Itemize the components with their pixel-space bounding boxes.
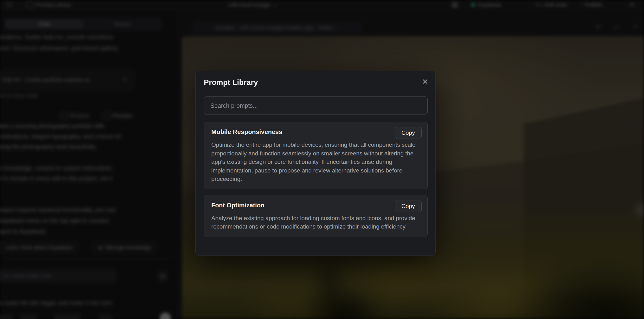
external-link-icon[interactable]: ↗ bbox=[632, 23, 637, 30]
prompt-card-partial bbox=[204, 243, 428, 243]
upload-icon: ↑ bbox=[580, 2, 582, 8]
paragraph-line: ant to include in every edit in this pro… bbox=[0, 175, 112, 182]
chat-message-line: layout. Generous whitespace, grid-based … bbox=[0, 45, 119, 52]
tab-history[interactable]: History bbox=[83, 19, 161, 29]
library-icon bbox=[26, 1, 34, 8]
visual-edit-button[interactable]: ✎ bbox=[158, 271, 168, 281]
paragraph-line: eated a stunning photography portfolio w… bbox=[0, 123, 104, 130]
prompt-list: Mobile Responsiveness Copy Optimize the … bbox=[204, 122, 428, 243]
copy-button[interactable]: Copy bbox=[395, 200, 422, 212]
search-input[interactable] bbox=[204, 96, 428, 115]
prompt-description: Optimize the entire app for mobile devic… bbox=[211, 140, 423, 183]
project-switcher[interactable]: urfit-cloud-voyage ⌄ bbox=[228, 0, 277, 10]
supabase-label: Supabase bbox=[478, 2, 501, 8]
prompt-description: Analyze the existing approach for loadin… bbox=[211, 214, 423, 231]
refresh-icon[interactable]: ⟳ bbox=[596, 23, 601, 30]
chat-sidebar: Chat History animations. Subtle fade-ins… bbox=[0, 10, 178, 319]
preview-button[interactable]: Preview bbox=[104, 112, 132, 119]
restore-icon bbox=[61, 113, 68, 119]
visual-edits-label: Try Visual Edits Free bbox=[3, 273, 52, 279]
manage-knowledge-label: Manage knowledge bbox=[106, 244, 151, 251]
send-button[interactable]: ↑ bbox=[160, 313, 171, 319]
composer-action-chip[interactable] bbox=[20, 314, 36, 319]
version-card-title: Edit #4 · Create portfolio website st... bbox=[3, 77, 94, 83]
composer-action-chip[interactable] bbox=[99, 314, 113, 319]
paragraph-line: r project requires backend functionality… bbox=[0, 206, 116, 213]
chevron-down-icon: ⌄ bbox=[273, 2, 277, 8]
prompt-library-modal: Prompt Library ✕ Mobile Responsiveness C… bbox=[196, 71, 436, 256]
publish-label: Publish bbox=[585, 2, 602, 8]
restore-button[interactable]: Restore bbox=[61, 112, 90, 119]
restore-label: Restore bbox=[70, 112, 90, 119]
manage-knowledge-button[interactable]: ▤ Manage knowledge bbox=[92, 242, 157, 253]
edit-code-label: Edit code bbox=[545, 2, 567, 8]
chat-message-line: animations. Subtle fade-ins, smooth tran… bbox=[0, 34, 114, 40]
preview-url-text: preview · urfit-cloud-voyage.lovable.app… bbox=[216, 24, 333, 31]
learn-supabase-label: Learn more about Supabase bbox=[5, 244, 72, 251]
user-avatar[interactable] bbox=[452, 0, 458, 10]
code-icon: </> bbox=[535, 2, 542, 8]
copy-button[interactable]: Copy bbox=[395, 127, 422, 139]
settings-button[interactable]: ⚙ bbox=[630, 0, 634, 10]
paragraph-line: project to Supabase. bbox=[0, 228, 47, 235]
modal-title: Prompt Library bbox=[204, 78, 258, 87]
app-screen: Prompt Library urfit-cloud-voyage ⌄ Supa… bbox=[0, 0, 644, 319]
pencil-icon: ✎ bbox=[161, 274, 165, 279]
gear-icon: ⚙ bbox=[630, 2, 634, 8]
version-card-subtitle[interactable]: Click to view code bbox=[0, 92, 38, 99]
send-icon: ↑ bbox=[164, 315, 167, 319]
divider bbox=[0, 258, 178, 259]
close-icon[interactable]: ✕ bbox=[422, 78, 428, 86]
learn-supabase-button[interactable]: Learn more about Supabase bbox=[0, 242, 78, 253]
composer-action-chip[interactable] bbox=[0, 314, 12, 319]
paragraph-line: er's knowledge, context or custom instru… bbox=[0, 165, 112, 172]
prompt-title: Mobile Responsiveness bbox=[211, 128, 420, 136]
prompt-card-mobile-responsiveness: Mobile Responsiveness Copy Optimize the … bbox=[204, 122, 428, 189]
preview-url-bar[interactable]: preview · urfit-cloud-voyage.lovable.app… bbox=[193, 22, 361, 34]
book-icon: ▤ bbox=[98, 245, 102, 250]
monitor-icon[interactable]: ▭ bbox=[614, 23, 620, 30]
preview-toolbar-icons: ⟳ ▭ ↗ bbox=[596, 23, 637, 30]
supabase-button[interactable]: Supabase bbox=[471, 0, 501, 10]
prompt-library-menu-label: Prompt Library bbox=[36, 2, 71, 8]
prompt-card-font-optimization: Font Optimization Copy Analyze the exist… bbox=[204, 195, 428, 237]
paragraph-line: e Supabase menu on the top right to conn… bbox=[0, 217, 109, 224]
preview-label: Preview bbox=[112, 112, 132, 119]
supabase-status-dot bbox=[471, 3, 475, 7]
tab-chat[interactable]: Chat bbox=[5, 19, 83, 29]
project-name: urfit-cloud-voyage bbox=[228, 2, 270, 8]
paragraph-line: th animations, elegant typography, and a… bbox=[0, 133, 121, 140]
topbar: Prompt Library urfit-cloud-voyage ⌄ Supa… bbox=[0, 0, 644, 10]
prompt-library-menu[interactable]: Prompt Library bbox=[26, 0, 71, 10]
close-icon[interactable]: ✕ bbox=[122, 76, 127, 83]
chevron-down-icon: ⌄ bbox=[335, 25, 338, 30]
visual-edits-banner[interactable]: Try Visual Edits Free bbox=[0, 270, 116, 282]
preview-icon bbox=[104, 113, 110, 119]
sidebar-tabs: Chat History bbox=[4, 18, 162, 30]
version-card[interactable]: Edit #4 · Create portfolio website st...… bbox=[0, 70, 134, 90]
user-message: you make the title bigger and make it re… bbox=[0, 300, 112, 306]
app-logo-icon[interactable] bbox=[6, 1, 14, 9]
paragraph-line: casing the photography work beautifully. bbox=[0, 144, 96, 150]
avatar bbox=[452, 2, 458, 8]
publish-button[interactable]: ↑ Publish bbox=[580, 0, 602, 10]
prompt-title: Font Optimization bbox=[211, 202, 420, 209]
composer-action-chip[interactable] bbox=[54, 314, 80, 319]
edit-code-button[interactable]: </> Edit code bbox=[535, 0, 567, 10]
